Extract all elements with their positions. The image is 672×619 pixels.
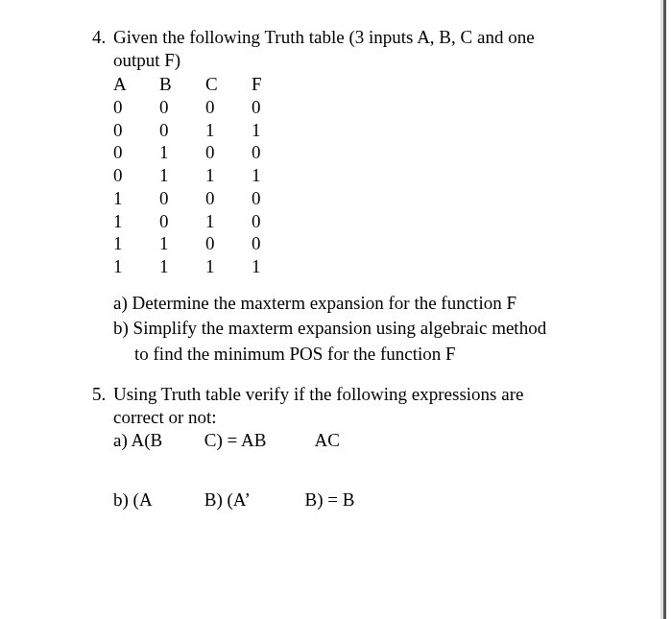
scrollbar[interactable] <box>663 0 666 619</box>
q4-part-a: a) Determine the maxterm expansion for t… <box>92 292 634 316</box>
question-5-header: 5. Using Truth table verify if the follo… <box>92 384 634 405</box>
table-row: 1 0 1 0 <box>113 210 634 233</box>
table-row: 0 1 0 0 <box>113 141 634 164</box>
expr-segment: B) = B <box>305 488 355 513</box>
col-header: A <box>113 73 159 96</box>
table-row: 1 1 1 1 <box>113 255 634 278</box>
table-row: 0 0 0 0 <box>113 96 634 119</box>
col-header: C <box>205 73 252 96</box>
table-row: 0 1 1 1 <box>113 164 634 187</box>
col-header: B <box>159 73 205 96</box>
q4-part-b-line2: to find the minimum POS for the function… <box>92 343 634 367</box>
q5-part-b: b) (A B) (A’ B) = B <box>92 488 634 513</box>
truth-table: A B C F 0 0 0 0 0 0 1 1 0 1 0 0 0 1 1 1 <box>92 73 634 278</box>
expr-segment: a) A(B <box>113 428 200 454</box>
expr-segment: AC <box>315 428 340 454</box>
expr-segment: C) = AB <box>204 428 310 454</box>
table-row: 1 0 0 0 <box>113 187 634 210</box>
q4-part-b-line1: b) Simplify the maxterm expansion using … <box>92 317 634 341</box>
question-text-line1: Given the following Truth table (3 input… <box>113 27 634 48</box>
question-text-line2: output F) <box>92 50 634 71</box>
q5-part-a: a) A(B C) = AB AC <box>92 428 634 454</box>
page-content: 4. Given the following Truth table (3 in… <box>0 27 672 513</box>
question-text-line1: Using Truth table verify if the followin… <box>113 384 634 405</box>
table-header-row: A B C F <box>113 73 634 96</box>
expr-segment: b) (A <box>113 488 200 513</box>
question-4-header: 4. Given the following Truth table (3 in… <box>92 27 634 48</box>
question-number: 4. <box>92 27 113 48</box>
table-row: 0 0 1 1 <box>113 119 634 142</box>
col-header: F <box>252 73 298 96</box>
question-text-line2: correct or not: <box>92 407 634 428</box>
question-number: 5. <box>92 384 113 405</box>
table-row: 1 1 0 0 <box>113 232 634 255</box>
expr-segment: B) (A’ <box>204 488 300 513</box>
